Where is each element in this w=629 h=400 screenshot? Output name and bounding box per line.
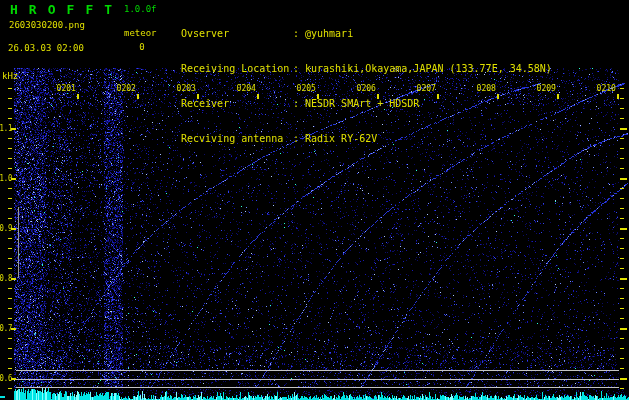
info-label: Ovserver [181,28,293,39]
y-axis-tick-label: 1.0 [0,175,12,183]
meteor-label: meteor [124,29,157,38]
info-row-antenna: Recviving antenna:Radix RY-62V [181,133,552,146]
info-label: Receiving Location [181,63,293,74]
x-axis-tick-label: 0208 [475,84,496,93]
info-value: kurashiki,Okayama,JAPAN (133.77E, 34.58N… [305,63,552,74]
x-axis-tick-label: 0210 [595,84,616,93]
x-axis-tick-label: 0209 [535,84,556,93]
info-value: Radix RY-62V [305,133,377,144]
y-axis-tick-label: 0.9 [0,225,12,233]
output-filename: 2603030200.png [9,21,85,30]
y-axis-tick-label: 1.1 [0,125,12,133]
observation-timestamp: 26.03.03 02:00 [8,44,84,53]
info-row-observer: Ovserver:@yuhmari [181,28,552,41]
info-label: Recviving antenna [181,133,293,144]
info-value: @yuhmari [305,28,353,39]
x-axis-tick-label: 0201 [55,84,76,93]
meteor-count: 0 [124,43,160,52]
x-axis-tick-label: 0203 [175,84,196,93]
info-row-receiver: Receiver:NESDR SMArt + HDSDR [181,98,552,111]
info-value: NESDR SMArt + HDSDR [305,98,419,109]
info-label: Receiver [181,98,293,109]
y-axis-tick-label: 0.7 [0,325,12,333]
y-axis-tick-label: 0.6 [0,375,12,383]
y-axis-unit-label: kHz [2,72,18,81]
x-axis-tick-label: 0207 [415,84,436,93]
x-axis-tick-label: 0205 [295,84,316,93]
info-separator: : [293,98,305,109]
info-row-location: Receiving Location:kurashiki,Okayama,JAP… [181,63,552,76]
y-axis-tick-label: 0.8 [0,275,12,283]
info-separator: : [293,133,305,144]
info-separator: : [293,63,305,74]
x-axis-tick-label: 0204 [235,84,256,93]
app-version: 1.0.0f [124,5,157,14]
x-axis-tick-label: 0202 [115,84,136,93]
x-axis-tick-label: 0206 [355,84,376,93]
app-title: H R O F F T [10,3,114,16]
hrofft-screen: H R O F F T 1.0.0f 2603030200.png meteor… [0,0,629,400]
info-separator: : [293,28,305,39]
